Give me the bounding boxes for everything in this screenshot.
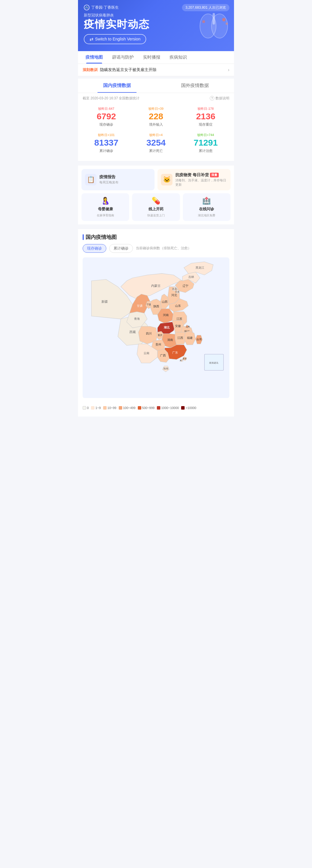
divider-1 xyxy=(78,163,234,165)
service-icon-supplies: 🐱 xyxy=(161,174,173,185)
stat-total-deaths: 较昨日+4 3254 累计死亡 xyxy=(131,130,181,156)
china-map-container: 新疆 西藏 内蒙古 青海 甘肃 宁夏 陕西 山西 河北 xyxy=(83,257,229,400)
svg-text:南海诸岛: 南海诸岛 xyxy=(209,361,218,364)
svg-text:贵州: 贵州 xyxy=(155,343,161,346)
stat-number-1: 6792 xyxy=(84,112,129,121)
svg-rect-3 xyxy=(213,13,215,25)
legend-item-3: 100~499 xyxy=(119,406,135,410)
tab-disease-knowledge[interactable]: 疾病知识 xyxy=(165,51,191,64)
switch-language-label: Switch to English Version xyxy=(95,37,141,41)
info-icon: ? xyxy=(210,96,214,100)
filter-existing-confirmed[interactable]: 现存确诊 xyxy=(83,244,106,253)
service-desc-medicine: 快递送货上门 xyxy=(147,213,165,218)
map-legend: 0 1~9 10~99 100~499 500~999 1000~10000 >… xyxy=(83,404,229,412)
svg-text:北京: 北京 xyxy=(172,287,177,290)
stat-change-3: 较昨日-178 xyxy=(183,106,228,111)
stat-total-confirmed: 较昨日+101 81337 累计确诊 xyxy=(82,130,131,156)
small-services-row: 🤱 母婴健康 在家孕育指南 💊 线上开药 快递送货上门 🏥 在线问诊 湖北地区免… xyxy=(82,193,230,221)
tab-rumors[interactable]: 辟谣与防护 xyxy=(107,51,138,64)
service-online-medicine[interactable]: 💊 线上开药 快递送货上门 xyxy=(132,193,180,221)
logo-icon xyxy=(84,5,90,10)
news-tag: 深刻教训 xyxy=(83,67,98,72)
stat-label-3: 现存重症 xyxy=(183,122,228,127)
svg-text:湖北: 湖北 xyxy=(164,326,170,329)
legend-color-2 xyxy=(103,406,106,410)
tab-international-data[interactable]: 国外疫情数据 xyxy=(156,79,234,93)
news-arrow-icon: › xyxy=(228,67,229,72)
service-icon-maternal: 🤱 xyxy=(101,197,110,205)
svg-text:新疆: 新疆 xyxy=(101,300,108,303)
service-icon-consultation: 🏥 xyxy=(202,197,211,205)
legend-color-5 xyxy=(157,406,160,410)
date-text: 截至 2020-03-20 16:37 全国数据统计 xyxy=(83,96,139,101)
legend-color-3 xyxy=(119,406,122,410)
svg-text:河北: 河北 xyxy=(171,293,177,297)
legend-label-2: 10~99 xyxy=(107,406,117,410)
svg-text:甘肃: 甘肃 xyxy=(137,304,143,307)
main-services-grid: 📋 疫情报告 每周五晚发布 🐱 抗疫物资 每日补货 限量 消毒剂、洗手液、温度计… xyxy=(82,169,230,190)
legend-color-4 xyxy=(138,406,141,410)
legend-item-5: 1000~10000 xyxy=(157,406,179,410)
data-note[interactable]: ? 数据说明 xyxy=(210,96,229,101)
legend-label-3: 100~499 xyxy=(123,406,135,410)
tab-epidemic-map[interactable]: 疫情地图 xyxy=(81,51,107,64)
svg-text:江西: 江西 xyxy=(177,336,183,339)
legend-label-6: >10000 xyxy=(185,406,196,410)
service-online-consultation[interactable]: 🏥 在线问诊 湖北地区免费 xyxy=(183,193,230,221)
stat-change-5: 较昨日+4 xyxy=(133,133,179,137)
svg-text:台湾: 台湾 xyxy=(196,338,201,341)
svg-text:内蒙古: 内蒙古 xyxy=(151,284,161,287)
service-info-report: 疫情报告 每周五晚发布 xyxy=(99,175,151,185)
svg-text:辽宁: 辽宁 xyxy=(183,284,188,287)
header: 丁香园·丁香医生 3,207,683,801 人次已浏览 新型冠状病毒肺炎 疫情… xyxy=(78,0,234,51)
svg-text:海南: 海南 xyxy=(163,367,168,370)
stats-grid: 较昨日-647 6792 现存确诊 较昨日+39 228 境外输入 较昨日-17… xyxy=(78,104,234,156)
services-section: 📋 疫情报告 每周五晚发布 🐱 抗疫物资 每日补货 限量 消毒剂、洗手液、温度计… xyxy=(78,165,234,224)
svg-text:河南: 河南 xyxy=(163,313,169,317)
svg-text:福建: 福建 xyxy=(187,336,193,339)
service-icon-medicine: 💊 xyxy=(152,197,160,205)
service-title-report: 疫情报告 xyxy=(99,175,151,180)
data-tabs: 国内疫情数据 国外疫情数据 xyxy=(78,79,234,93)
stat-number-6: 71291 xyxy=(183,138,228,147)
service-title-consultation: 在线问诊 xyxy=(199,207,214,212)
stat-label-5: 累计死亡 xyxy=(133,149,179,153)
news-banner[interactable]: 深刻教训 隐瞒发热返京女子被美雇主开除 › xyxy=(78,64,234,76)
filter-total-confirmed[interactable]: 累计确诊 xyxy=(109,244,133,253)
stat-label-1: 现存确诊 xyxy=(84,122,129,127)
stat-label-6: 累计治愈 xyxy=(183,149,228,153)
svg-text:山西: 山西 xyxy=(162,300,167,303)
legend-label-4: 500~999 xyxy=(142,406,155,410)
legend-label-1: 1~9 xyxy=(95,406,101,410)
map-filter-description: 当前确诊病例数（排除死亡、治愈） xyxy=(136,246,191,251)
legend-item-2: 10~99 xyxy=(103,406,117,410)
service-supplies[interactable]: 🐱 抗疫物资 每日补货 限量 消毒剂、洗手液、温度计，库存每日更新 xyxy=(157,169,230,190)
stat-overseas-input: 较昨日+39 228 境外输入 xyxy=(131,104,181,130)
legend-color-0 xyxy=(83,406,86,410)
legend-label-5: 1000~10000 xyxy=(161,406,179,410)
legend-label-0: 0 xyxy=(87,406,89,410)
svg-text:吉林: 吉林 xyxy=(188,275,194,278)
switch-icon: ⇄ xyxy=(90,36,93,42)
svg-text:山东: 山东 xyxy=(175,304,181,307)
tab-live-report[interactable]: 实时播报 xyxy=(138,51,165,64)
legend-item-1: 1~9 xyxy=(91,406,101,410)
stat-label-4: 累计确诊 xyxy=(84,149,129,153)
switch-language-button[interactable]: ⇄ Switch to English Version xyxy=(84,34,146,44)
svg-text:广西: 广西 xyxy=(160,354,166,357)
china-map-svg: 新疆 西藏 内蒙古 青海 甘肃 宁夏 陕西 山西 河北 xyxy=(83,257,229,398)
service-icon-report: 📋 xyxy=(85,174,96,185)
stat-existing-confirmed: 较昨日-647 6792 现存确诊 xyxy=(82,104,131,130)
stat-change-1: 较昨日-647 xyxy=(84,106,129,111)
svg-text:云南: 云南 xyxy=(144,351,149,355)
stat-total-recovered: 较昨日+744 71291 累计治愈 xyxy=(181,130,230,156)
map-section-title: 国内疫情地图 xyxy=(83,234,229,241)
legend-color-1 xyxy=(91,406,94,410)
svg-text:上海: 上海 xyxy=(186,325,190,328)
service-epidemic-report[interactable]: 📋 疫情报告 每周五晚发布 xyxy=(82,169,155,190)
tab-domestic-data[interactable]: 国内疫情数据 xyxy=(78,79,156,93)
legend-item-6: >10000 xyxy=(181,406,196,410)
svg-text:天津: 天津 xyxy=(175,291,179,293)
data-note-label: 数据说明 xyxy=(216,96,229,101)
service-maternal-health[interactable]: 🤱 母婴健康 在家孕育指南 xyxy=(82,193,129,221)
